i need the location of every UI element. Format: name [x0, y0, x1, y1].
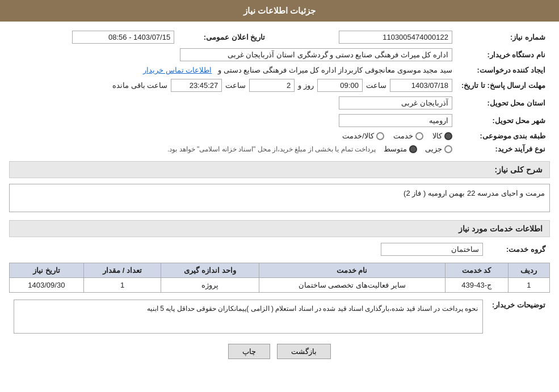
time-label: ساعت — [366, 81, 386, 90]
province-label: استان محل تحویل: — [457, 94, 550, 112]
deadline-time: 09:00 — [317, 79, 363, 92]
need-number-value: 1103005474000122 — [339, 31, 452, 44]
deadline-date: 1403/07/18 — [390, 79, 452, 92]
radio-khedmat-icon — [415, 132, 423, 140]
date-label: تاریخ اعلان عمومی: — [179, 28, 270, 46]
table-row: 1 ج-43-439 سایر فعالیت‌های تخصصی ساختمان… — [10, 278, 550, 293]
time-remain-label: ساعت — [225, 81, 246, 90]
cell-date: 1403/09/30 — [10, 278, 84, 293]
col-name: نام خدمت — [259, 263, 445, 278]
page-title: جزئیات اطلاعات نیاز — [0, 0, 559, 22]
cell-row: 1 — [508, 278, 549, 293]
deadline-days: 2 — [249, 79, 295, 92]
category-khedmat[interactable]: خدمت — [393, 132, 423, 140]
radio-kala-khedmat-icon — [376, 132, 384, 140]
service-group-value: ساختمان — [381, 243, 483, 256]
category-kala-khedmat[interactable]: کالا/خدمت — [342, 132, 384, 140]
col-qty: تعداد / مقدار — [83, 263, 161, 278]
services-section-header: اطلاعات خدمات مورد نیاز — [9, 220, 550, 237]
city-label: شهر محل تحویل: — [457, 112, 550, 129]
cell-code: ج-43-439 — [445, 278, 508, 293]
col-row: ردیف — [508, 263, 549, 278]
col-code: کد خدمت — [445, 263, 508, 278]
description-value: مرمت و احیای مدرسه 22 بهمن ارومیه ( فاز … — [9, 184, 550, 212]
city-value: ارومیه — [339, 114, 452, 127]
date-value: 1403/07/15 - 08:56 — [72, 31, 174, 44]
print-button[interactable]: چاپ — [228, 344, 270, 359]
remain-label: ساعت باقی مانده — [112, 81, 167, 90]
buyer-notes-label: توضیحات خریدار: — [487, 297, 550, 336]
creator-value: سید مجید موسوی معانجوقی کاربرداز اداره ک… — [218, 66, 452, 74]
buttons-row: بازگشت چاپ — [9, 344, 550, 359]
cell-qty: 1 — [83, 278, 161, 293]
purchase-jozi[interactable]: جزیی — [425, 145, 452, 153]
purchase-type-label: نوع فرآیند خرید: — [457, 142, 550, 155]
radio-motavasset-icon — [409, 145, 417, 153]
service-group-label: گروه خدمت: — [487, 241, 550, 258]
category-label: طبقه بندی موضوعی: — [457, 129, 550, 142]
deadline-label: مهلت ارسال پاسخ: تا تاریخ: — [457, 77, 550, 94]
col-unit: واحد اندازه گیری — [161, 263, 259, 278]
cell-unit: پروژه — [161, 278, 259, 293]
contact-link[interactable]: اطلاعات تماس خریدار — [143, 66, 212, 74]
col-date: تاریخ نیاز — [10, 263, 84, 278]
services-table: ردیف کد خدمت نام خدمت واحد اندازه گیری ت… — [9, 263, 550, 293]
province-value: آذربایجان غربی — [339, 96, 452, 109]
radio-jozi-icon — [444, 145, 452, 153]
days-label: روز و — [298, 81, 314, 90]
category-kala[interactable]: کالا — [432, 132, 452, 140]
description-section-header: شرح کلی نیاز: — [9, 161, 550, 178]
cell-name: سایر فعالیت‌های تخصصی ساختمان — [259, 278, 445, 293]
radio-kala-icon — [444, 132, 452, 140]
need-number-label: شماره نیاز: — [457, 28, 550, 46]
deadline-remain: 23:45:27 — [171, 79, 222, 92]
creator-label: ایجاد کننده درخواست: — [457, 64, 550, 77]
purchase-note: پرداخت تمام یا بخشی از مبلغ خرید،از محل … — [167, 145, 376, 153]
back-button[interactable]: بازگشت — [277, 344, 331, 359]
buyer-org-label: نام دستگاه خریدار: — [457, 46, 550, 64]
purchase-motavasset[interactable]: متوسط — [384, 145, 417, 153]
buyer-notes-value: نحوه پرداخت در اسناد قید شده،بارگذاری اس… — [14, 300, 483, 334]
buyer-org-value: اداره کل میراث فرهنگی صنایع دستی و گردشگ… — [180, 48, 452, 61]
